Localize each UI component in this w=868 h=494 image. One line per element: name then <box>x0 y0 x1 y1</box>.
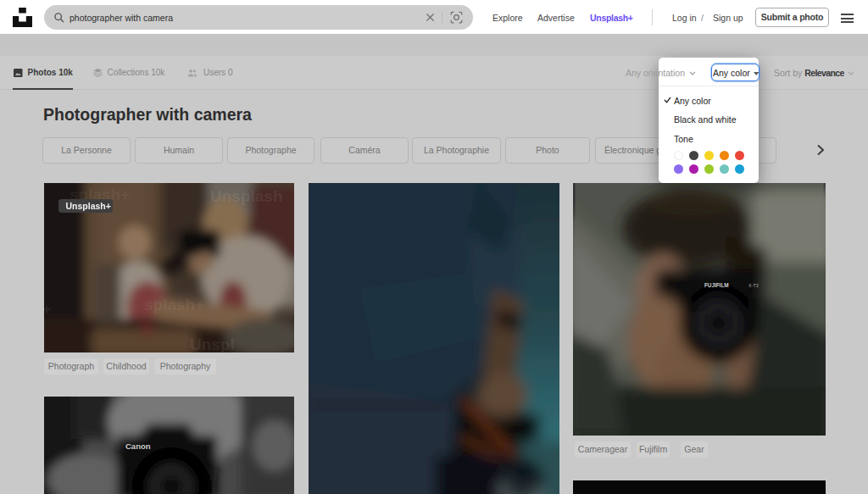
svg-text:X-T3: X-T3 <box>748 283 759 288</box>
svg-text:n+: n+ <box>44 300 52 318</box>
svg-text:FUJIFILM: FUJIFILM <box>704 282 729 288</box>
svg-text:Canon: Canon <box>125 441 151 451</box>
svg-text:Unsplash: Unsplash <box>210 187 283 205</box>
svg-text:splash+: splash+ <box>144 296 204 314</box>
svg-text:Unsplash+: Unsplash+ <box>66 201 111 211</box>
svg-text:Unspl: Unspl <box>190 336 235 352</box>
